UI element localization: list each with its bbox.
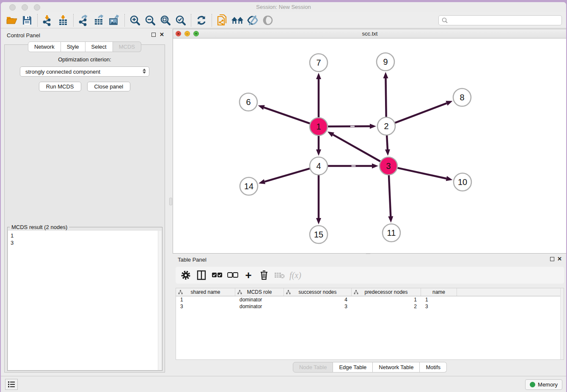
table-cell[interactable]: 3 (284, 303, 352, 310)
table-cell[interactable]: 1 (421, 296, 457, 303)
graph-edge-3-10[interactable] (397, 168, 452, 181)
tab-style[interactable]: Style (61, 41, 85, 52)
open-session-button[interactable] (4, 14, 19, 27)
search-box[interactable] (438, 15, 562, 25)
deselect-all-columns-button[interactable] (227, 269, 239, 281)
graph-edge-2-3[interactable] (385, 135, 390, 156)
function-builder-button[interactable]: f(x) (289, 269, 301, 281)
attribute-icon (178, 290, 183, 295)
new-network-button[interactable] (215, 14, 230, 27)
show-hide-button[interactable] (260, 14, 275, 27)
table-cell[interactable]: 3 (421, 303, 457, 310)
export-image-icon (108, 14, 120, 26)
home-pages-button[interactable] (230, 14, 245, 27)
graph-edge-4-15[interactable] (316, 175, 321, 224)
delete-column-button[interactable] (258, 269, 270, 281)
close-panel-button[interactable]: Close panel (87, 82, 131, 91)
zoom-out-button[interactable] (143, 14, 158, 27)
column-header-name[interactable]: name (421, 288, 457, 296)
tab-network-table[interactable]: Network Table (373, 362, 420, 373)
graph-node-6[interactable]: 6 (239, 93, 257, 111)
float-panel-icon[interactable] (151, 33, 156, 37)
zoom-selected-button[interactable] (173, 14, 188, 27)
table-cell[interactable]: dominator (235, 296, 284, 303)
float-table-panel-icon[interactable] (550, 257, 554, 261)
table-cell[interactable]: 3 (176, 303, 235, 310)
save-session-button[interactable] (19, 14, 35, 27)
table-cell[interactable]: 4 (284, 296, 352, 303)
graph-node-15[interactable]: 15 (310, 226, 328, 243)
export-image-button[interactable] (107, 14, 122, 27)
toolbar-separator (124, 14, 125, 27)
graph-edge-2-9[interactable] (383, 72, 388, 117)
graph-edge-4-14[interactable] (259, 168, 310, 184)
tab-node-table[interactable]: Node Table (293, 362, 333, 373)
table-cell[interactable]: 1 (352, 296, 421, 303)
import-table-button[interactable] (55, 14, 71, 27)
table-scrollbar[interactable] (560, 288, 564, 359)
tab-network[interactable]: Network (28, 41, 61, 52)
graph-edge-1-4[interactable] (316, 136, 321, 156)
graph-node-11[interactable]: 11 (383, 224, 400, 242)
graph-edge-2-8[interactable] (395, 101, 453, 123)
graph-node-7[interactable]: 7 (310, 54, 328, 72)
delete-table-icon (274, 271, 285, 279)
graph-edge-3-1[interactable] (328, 132, 380, 161)
graph-edge-1-6[interactable] (258, 105, 310, 124)
graph-edge-1-2[interactable] (328, 124, 376, 129)
zoom-fit-button[interactable] (158, 14, 173, 27)
close-table-panel-icon[interactable]: ✕ (557, 256, 562, 262)
graph-node-1[interactable]: 1 (310, 118, 328, 135)
column-header-shared-name[interactable]: shared name (176, 288, 235, 296)
toolbar-separator (37, 14, 38, 27)
graph-node-8[interactable]: 8 (453, 88, 471, 106)
search-input[interactable] (448, 16, 561, 25)
delete-table-button[interactable] (274, 269, 286, 281)
graph-edge-3-11[interactable] (388, 175, 393, 223)
table-cell[interactable]: 2 (352, 303, 421, 310)
mcds-result-group: MCDS result (2 nodes) 1 3 (7, 227, 162, 371)
table-cell[interactable]: 1 (176, 296, 235, 303)
create-column-button[interactable]: + (242, 269, 254, 281)
run-mcds-button[interactable]: Run MCDS (39, 82, 81, 91)
graph-node-4[interactable]: 4 (310, 157, 328, 175)
graph-node-10[interactable]: 10 (454, 173, 471, 191)
table-row[interactable]: 3dominator323 (176, 303, 564, 310)
column-header-successor-nodes[interactable]: successor nodes (284, 288, 352, 296)
graph-node-9[interactable]: 9 (377, 53, 394, 71)
tab-motifs[interactable]: Motifs (420, 362, 447, 373)
zoom-in-icon (129, 15, 140, 26)
show-columns-button[interactable] (195, 269, 207, 281)
vertical-splitter-grip[interactable] (169, 198, 172, 205)
table-settings-button[interactable] (180, 269, 192, 281)
import-network-button[interactable] (40, 14, 55, 27)
export-network-button[interactable] (76, 14, 91, 27)
graph-node-3[interactable]: 3 (380, 157, 397, 175)
tab-mcds[interactable]: MCDS (113, 41, 141, 52)
tab-edge-table[interactable]: Edge Table (333, 362, 373, 373)
column-header-MCDS-role[interactable]: MCDS role (235, 288, 284, 296)
toggle-style-button[interactable] (245, 14, 260, 27)
zoom-in-button[interactable] (127, 14, 143, 27)
network-canvas[interactable]: 7968124314101511 (173, 39, 566, 253)
result-scrollbar[interactable] (158, 231, 162, 370)
open-folder-icon (6, 15, 18, 25)
control-panel-title: Control Panel (7, 32, 40, 39)
select-all-columns-button[interactable] (211, 269, 223, 281)
memory-button[interactable]: Memory (525, 379, 562, 390)
close-panel-icon[interactable]: ✕ (160, 31, 164, 38)
graph-node-2[interactable]: 2 (377, 117, 395, 135)
column-header-predecessor-nodes[interactable]: predecessor nodes (352, 288, 421, 296)
import-network-icon (42, 14, 54, 26)
graph-edge-4-3[interactable] (328, 163, 378, 168)
apply-layout-button[interactable] (194, 14, 209, 27)
graph-edge-1-7[interactable] (316, 73, 321, 117)
mcds-result-text[interactable]: 1 3 (8, 231, 162, 370)
tab-select[interactable]: Select (85, 41, 113, 52)
table-row[interactable]: 1dominator411 (176, 296, 564, 303)
graph-node-14[interactable]: 14 (240, 177, 258, 195)
export-table-button[interactable] (91, 14, 107, 27)
table-cell[interactable]: dominator (235, 303, 284, 310)
criterion-select[interactable]: strongly connected component (20, 66, 149, 77)
task-history-button[interactable] (5, 379, 18, 390)
